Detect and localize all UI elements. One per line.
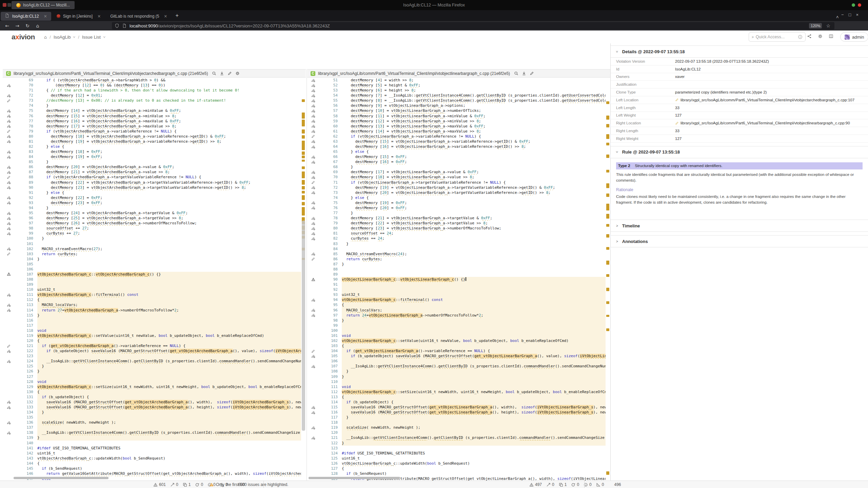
line-number[interactable]: 108 bbox=[321, 369, 342, 374]
line-number[interactable]: 70 bbox=[321, 175, 342, 180]
line-number[interactable]: 140 bbox=[16, 441, 37, 446]
issue-marker[interactable] bbox=[302, 195, 305, 200]
line-number[interactable]: 114 bbox=[321, 400, 342, 405]
line-number[interactable]: 105 bbox=[321, 353, 342, 359]
line-number[interactable]: 115 bbox=[321, 405, 342, 410]
line-number[interactable]: 116 bbox=[16, 318, 37, 323]
issue-marker[interactable] bbox=[302, 180, 305, 185]
line-number[interactable]: 122 bbox=[16, 348, 37, 353]
gutter-pencilplus-icon[interactable] bbox=[307, 405, 321, 410]
tab-jenkins[interactable]: Sign in [Jenkins] × bbox=[53, 12, 105, 21]
line-number[interactable]: 128 bbox=[16, 379, 37, 384]
gutter-pencilplus-icon[interactable] bbox=[3, 348, 16, 353]
line-number[interactable]: 128 bbox=[321, 471, 342, 476]
line-number[interactable]: 84 bbox=[16, 154, 37, 159]
line-number[interactable]: 103 bbox=[16, 251, 37, 257]
gutter-pencilplus-icon[interactable] bbox=[307, 313, 321, 318]
tab-close-icon[interactable]: × bbox=[164, 14, 167, 19]
line-number[interactable]: 118 bbox=[16, 328, 37, 333]
line-number[interactable]: 55 bbox=[321, 98, 342, 103]
gutter-pencilplus-icon[interactable] bbox=[3, 400, 16, 405]
line-number[interactable]: 106 bbox=[16, 267, 37, 272]
line-number[interactable]: 72 bbox=[321, 185, 342, 190]
gutter-pencilplus-icon[interactable] bbox=[307, 185, 321, 190]
line-number[interactable]: 97 bbox=[321, 313, 342, 318]
line-number[interactable]: 78 bbox=[16, 124, 37, 129]
issue-marker[interactable] bbox=[606, 155, 609, 158]
line-number[interactable]: 102 bbox=[321, 338, 342, 343]
gutter-pencilplus-icon[interactable] bbox=[307, 364, 321, 369]
line-number[interactable]: 102 bbox=[16, 246, 37, 251]
axivion-logo[interactable]: axivion bbox=[12, 33, 35, 41]
gutter-pencilplus-icon[interactable] bbox=[3, 210, 16, 216]
window-controls[interactable]: >−□× bbox=[834, 12, 863, 17]
line-number[interactable]: 119 bbox=[16, 333, 37, 338]
search-icon[interactable] bbox=[212, 71, 216, 76]
gutter-pencilplus-icon[interactable] bbox=[3, 231, 16, 236]
line-number[interactable]: 76 bbox=[321, 205, 342, 210]
line-number[interactable]: 69 bbox=[16, 78, 37, 83]
gutter-pencilplus-icon[interactable] bbox=[307, 221, 321, 226]
line-number[interactable]: 116 bbox=[321, 410, 342, 415]
line-number[interactable]: 144 bbox=[16, 461, 37, 466]
issue-count-metric[interactable]: 0 bbox=[546, 482, 554, 487]
issue-count-cycle[interactable]: 0 bbox=[195, 482, 203, 487]
issue-marker[interactable] bbox=[606, 288, 609, 291]
gutter-pencilplus-icon[interactable] bbox=[3, 169, 16, 175]
issue-count-clone[interactable]: 1 bbox=[183, 482, 191, 487]
line-number[interactable]: 124 bbox=[321, 451, 342, 456]
gutter-pencil-icon[interactable] bbox=[3, 251, 16, 257]
line-number[interactable]: 83 bbox=[321, 241, 342, 246]
gutter-pencilplus-icon[interactable] bbox=[3, 83, 16, 88]
line-number[interactable]: 134 bbox=[16, 410, 37, 415]
gutter-pencilplus-icon[interactable] bbox=[307, 216, 321, 221]
issue-marker[interactable] bbox=[606, 315, 609, 317]
line-number[interactable]: 138 bbox=[16, 430, 37, 435]
forward-icon[interactable]: → bbox=[12, 23, 22, 28]
line-number[interactable]: 95 bbox=[16, 210, 37, 216]
line-number[interactable]: 94 bbox=[321, 297, 342, 302]
vertical-scrollbar-thumb[interactable] bbox=[302, 221, 305, 431]
line-number[interactable]: 94 bbox=[16, 205, 37, 210]
issue-marker[interactable] bbox=[606, 101, 609, 104]
gutter-pencilplus-icon[interactable] bbox=[307, 98, 321, 103]
line-number[interactable]: 68 bbox=[321, 164, 342, 169]
line-number[interactable]: 139 bbox=[16, 435, 37, 440]
line-number[interactable]: 113 bbox=[321, 394, 342, 400]
line-number[interactable]: 92 bbox=[321, 287, 342, 292]
line-number[interactable]: 81 bbox=[321, 231, 342, 236]
line-number[interactable]: 86 bbox=[321, 257, 342, 262]
left-marker-strip[interactable] bbox=[301, 78, 306, 481]
issue-marker[interactable] bbox=[302, 202, 305, 205]
line-number[interactable]: 88 bbox=[321, 267, 342, 272]
gutter-pencilplus-icon[interactable] bbox=[3, 430, 16, 435]
line-number[interactable]: 137 bbox=[16, 425, 37, 430]
line-number[interactable]: 74 bbox=[321, 195, 342, 200]
line-number[interactable]: 98 bbox=[321, 318, 342, 323]
gutter-pencilplus-icon[interactable] bbox=[3, 246, 16, 251]
download-icon[interactable] bbox=[522, 71, 526, 76]
line-number[interactable]: 79 bbox=[16, 129, 37, 134]
line-number[interactable]: 75 bbox=[321, 200, 342, 205]
issue-count-dead[interactable]: 0 bbox=[584, 482, 592, 487]
line-number[interactable]: 93 bbox=[321, 292, 342, 297]
issue-marker[interactable] bbox=[606, 194, 609, 197]
issue-marker[interactable] bbox=[606, 471, 609, 475]
line-number[interactable]: 93 bbox=[16, 200, 37, 205]
line-number[interactable]: 103 bbox=[321, 343, 342, 348]
issue-marker[interactable] bbox=[302, 120, 305, 126]
line-number[interactable]: 120 bbox=[321, 430, 342, 435]
home-icon[interactable]: ⌂ bbox=[33, 23, 43, 28]
line-number[interactable]: 129 bbox=[16, 384, 37, 389]
gutter-pencilplus-icon[interactable] bbox=[307, 226, 321, 231]
line-number[interactable]: 130 bbox=[16, 389, 37, 394]
issue-marker[interactable] bbox=[302, 141, 305, 150]
url-field[interactable]: localhost:9090/axivion/projects/IsoAgLib… bbox=[112, 22, 834, 29]
gutter-pencilplus-icon[interactable] bbox=[3, 302, 16, 307]
gutter-pencilplus-icon[interactable] bbox=[307, 236, 321, 241]
issue-marker[interactable] bbox=[606, 261, 609, 265]
edit-icon[interactable] bbox=[530, 71, 534, 76]
line-number[interactable]: 123 bbox=[16, 353, 37, 359]
left-horizontal-scrollbar[interactable] bbox=[14, 477, 108, 479]
line-number[interactable]: 126 bbox=[16, 369, 37, 374]
